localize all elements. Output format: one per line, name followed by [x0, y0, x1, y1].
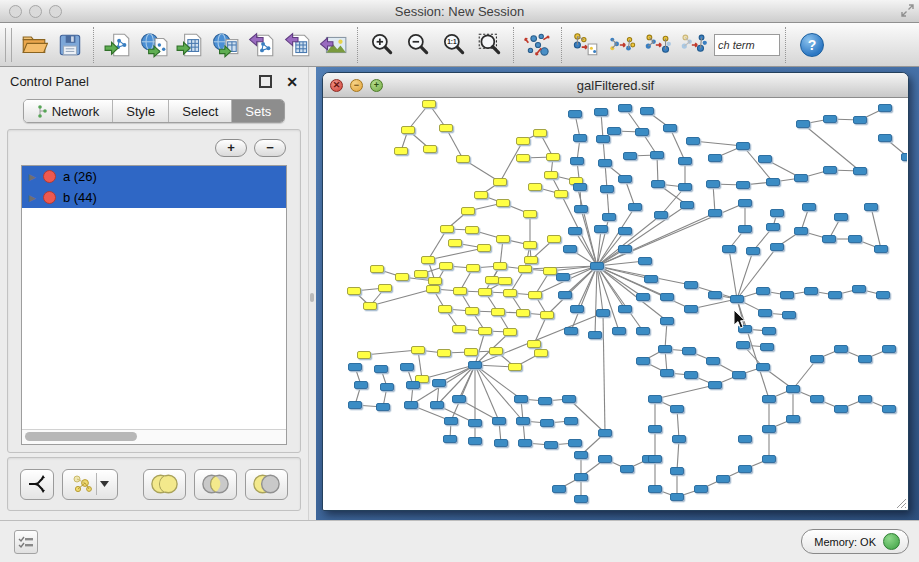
- graph-node[interactable]: [575, 474, 588, 481]
- graph-node[interactable]: [396, 274, 409, 281]
- graph-edge[interactable]: [418, 350, 422, 379]
- graph-node[interactable]: [737, 182, 750, 189]
- graph-node[interactable]: [524, 242, 537, 249]
- graph-node[interactable]: [737, 342, 750, 349]
- graph-node[interactable]: [371, 266, 384, 273]
- graph-node[interactable]: [405, 402, 418, 409]
- graph-edge[interactable]: [677, 409, 679, 439]
- graph-edge[interactable]: [597, 266, 619, 331]
- set-difference-button[interactable]: [245, 469, 288, 500]
- expander-icon[interactable]: ▶: [29, 193, 36, 203]
- graph-node[interactable]: [509, 364, 522, 371]
- graph-node[interactable]: [787, 386, 800, 393]
- graph-node[interactable]: [661, 318, 674, 325]
- graph-node[interactable]: [747, 248, 760, 255]
- zoom-actual-size-button[interactable]: 1:1: [436, 27, 472, 63]
- graph-node[interactable]: [525, 257, 538, 264]
- graph-node[interactable]: [431, 402, 444, 409]
- graph-node[interactable]: [349, 402, 362, 409]
- graph-node[interactable]: [685, 372, 698, 379]
- network-canvas[interactable]: [324, 98, 907, 509]
- graph-node[interactable]: [787, 416, 800, 423]
- toolbar-drag-handle[interactable]: [5, 28, 12, 62]
- graph-node[interactable]: [619, 105, 632, 112]
- graph-node[interactable]: [402, 127, 415, 134]
- graph-node[interactable]: [683, 348, 696, 355]
- splitter-handle-icon[interactable]: [310, 293, 314, 302]
- graph-node[interactable]: [534, 130, 547, 137]
- import-network-web-button[interactable]: [136, 27, 172, 63]
- graph-node[interactable]: [707, 181, 720, 188]
- graph-node[interactable]: [445, 418, 458, 425]
- graph-node[interactable]: [853, 286, 866, 293]
- graph-node[interactable]: [492, 309, 505, 316]
- graph-node[interactable]: [639, 258, 652, 265]
- sets-list[interactable]: ▶ a (26) ▶ b (44): [21, 165, 287, 445]
- graph-node[interactable]: [771, 244, 784, 251]
- graph-node[interactable]: [595, 109, 608, 116]
- graph-node[interactable]: [763, 396, 776, 403]
- graph-node[interactable]: [859, 396, 872, 403]
- graph-edge[interactable]: [871, 207, 881, 249]
- graph-node[interactable]: [469, 438, 482, 445]
- create-set-dropdown-button[interactable]: [62, 469, 118, 500]
- graph-node[interactable]: [763, 328, 776, 335]
- network-window[interactable]: ✕ − + galFiltered.sif: [322, 72, 909, 511]
- graph-node[interactable]: [439, 306, 452, 313]
- graph-edge[interactable]: [793, 359, 817, 389]
- graph-node[interactable]: [659, 346, 672, 353]
- graph-node[interactable]: [379, 285, 392, 292]
- graph-node[interactable]: [364, 303, 377, 310]
- graph-node[interactable]: [763, 426, 776, 433]
- set-union-button[interactable]: [143, 469, 186, 500]
- graph-node[interactable]: [494, 179, 507, 186]
- graph-node[interactable]: [671, 406, 684, 413]
- graph-node[interactable]: [571, 306, 584, 313]
- graph-node[interactable]: [555, 191, 568, 198]
- export-image-button[interactable]: [316, 27, 352, 63]
- graph-node[interactable]: [457, 156, 470, 163]
- graph-node[interactable]: [415, 271, 428, 278]
- graph-node[interactable]: [454, 288, 467, 295]
- graph-node[interactable]: [709, 210, 722, 217]
- graph-node[interactable]: [619, 246, 632, 253]
- graph-edge[interactable]: [657, 155, 658, 184]
- tab-select[interactable]: Select: [168, 100, 231, 122]
- graph-node[interactable]: [695, 486, 708, 493]
- graph-node[interactable]: [529, 184, 542, 191]
- graph-node[interactable]: [438, 350, 451, 357]
- graph-node[interactable]: [424, 146, 437, 153]
- graph-node[interactable]: [835, 406, 848, 413]
- graph-node[interactable]: [811, 356, 824, 363]
- graph-node[interactable]: [422, 257, 435, 264]
- graph-edge[interactable]: [595, 266, 597, 335]
- set-intersection-button[interactable]: [194, 469, 237, 500]
- graph-node[interactable]: [597, 310, 610, 317]
- network-graph[interactable]: [324, 98, 907, 509]
- graph-node[interactable]: [441, 226, 454, 233]
- graph-node[interactable]: [547, 154, 560, 161]
- graph-node[interactable]: [661, 370, 674, 377]
- graph-node[interactable]: [479, 328, 492, 335]
- graph-node[interactable]: [865, 204, 878, 211]
- graph-node[interactable]: [849, 236, 862, 243]
- graph-node[interactable]: [395, 148, 408, 155]
- graph-edge[interactable]: [603, 313, 605, 433]
- graph-node[interactable]: [823, 236, 836, 243]
- graph-node[interactable]: [504, 329, 517, 336]
- graph-node[interactable]: [541, 312, 554, 319]
- graph-node[interactable]: [479, 289, 492, 296]
- apply-layout-button[interactable]: [520, 27, 556, 63]
- graph-node[interactable]: [548, 236, 561, 243]
- graph-node[interactable]: [877, 292, 890, 299]
- graph-node[interactable]: [564, 246, 577, 253]
- graph-node[interactable]: [673, 436, 686, 443]
- graph-node[interactable]: [528, 341, 541, 348]
- graph-node[interactable]: [619, 176, 632, 183]
- graph-edge[interactable]: [446, 128, 463, 159]
- graph-edge[interactable]: [607, 189, 609, 217]
- graph-node[interactable]: [637, 294, 650, 301]
- graph-node[interactable]: [651, 152, 664, 159]
- graph-node[interactable]: [759, 156, 772, 163]
- graph-node[interactable]: [879, 105, 892, 112]
